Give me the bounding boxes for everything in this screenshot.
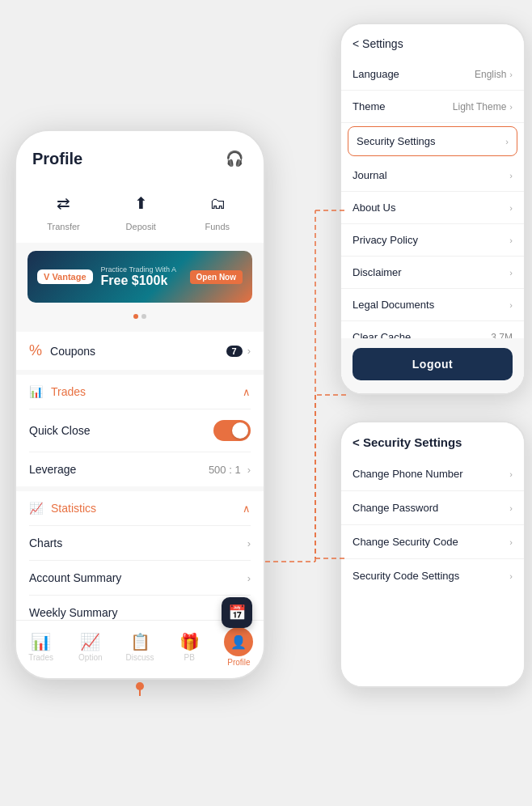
- language-right: English ›: [475, 69, 513, 80]
- leverage-left: Leverage: [29, 463, 76, 476]
- statistics-header-row[interactable]: 📈 Statistics ∧: [29, 491, 251, 526]
- quick-close-toggle[interactable]: [213, 420, 251, 441]
- disclaimer-chevron: ›: [509, 268, 513, 278]
- action-row: ⇄ Transfer ⬆ Deposit 🗂 Funds: [16, 181, 264, 243]
- trades-header-row[interactable]: 📊 Trades ∧: [29, 375, 251, 409]
- coupons-icon: %: [29, 342, 42, 359]
- cache-label: Clear Cache: [353, 331, 411, 338]
- legal-label: Legal Documents: [353, 299, 434, 311]
- coupons-section: % Coupons 7 ›: [16, 332, 264, 370]
- coupons-row[interactable]: % Coupons 7 ›: [29, 332, 251, 370]
- change-security-code-chevron: ›: [509, 537, 513, 547]
- trades-label: Trades: [51, 385, 86, 398]
- security-code-item[interactable]: Change Security Code ›: [341, 525, 524, 559]
- leverage-row[interactable]: Leverage 500 : 1 ›: [29, 452, 251, 486]
- settings-about-item[interactable]: About Us ›: [341, 192, 524, 224]
- trades-section: 📊 Trades ∧ Quick Close: [16, 375, 264, 486]
- transfer-action[interactable]: ⇄ Transfer: [47, 188, 80, 231]
- nav-pb-icon: 🎁: [179, 632, 200, 651]
- weekly-summary-label: Weekly Summary: [29, 606, 117, 619]
- theme-chevron: ›: [509, 102, 513, 112]
- security-phone-item[interactable]: Change Phone Number ›: [341, 457, 524, 491]
- security-password-item[interactable]: Change Password ›: [341, 491, 524, 525]
- settings-back-button[interactable]: < Settings: [353, 37, 403, 50]
- profile-header: Profile 🎧: [16, 131, 264, 181]
- about-chevron: ›: [509, 203, 513, 213]
- nav-discuss-label: Discuss: [126, 653, 154, 662]
- nav-profile[interactable]: 👤 Profile: [214, 627, 264, 667]
- statistics-icon: 📈: [29, 502, 43, 515]
- theme-right: Light Theme ›: [453, 101, 513, 112]
- settings-header: < Settings: [341, 24, 524, 58]
- banner-dot-2: [141, 314, 146, 319]
- settings-legal-item[interactable]: Legal Documents ›: [341, 289, 524, 321]
- coupons-left: % Coupons: [29, 342, 95, 359]
- deposit-label: Deposit: [126, 222, 156, 231]
- nav-option-icon: 📈: [80, 632, 100, 651]
- legal-chevron: ›: [509, 300, 513, 310]
- change-security-code-label: Change Security Code: [353, 536, 458, 548]
- coupons-chevron: ›: [247, 345, 251, 357]
- phone-security: < Security Settings Change Phone Number …: [340, 421, 526, 688]
- profile-title: Profile: [32, 150, 82, 168]
- banner-dot-1: [133, 314, 138, 319]
- about-label: About Us: [353, 202, 395, 214]
- headset-icon[interactable]: 🎧: [222, 146, 247, 172]
- settings-cache-item[interactable]: Clear Cache 3.7M: [341, 321, 524, 338]
- nav-option[interactable]: 📈 Option: [65, 632, 115, 662]
- leverage-value: 500 : 1: [209, 464, 241, 476]
- phone-main: Profile 🎧 ⇄ Transfer ⬆ Deposit 🗂 Funds V…: [15, 129, 265, 680]
- settings-list: Language English › Theme Light Theme › S…: [341, 58, 524, 338]
- account-summary-chevron: ›: [247, 572, 251, 584]
- quick-close-label: Quick Close: [29, 424, 90, 437]
- transfer-label: Transfer: [47, 222, 80, 231]
- statistics-chevron-up: ∧: [243, 503, 251, 515]
- quick-close-row[interactable]: Quick Close: [29, 409, 251, 452]
- banner-cta-button[interactable]: Open Now: [190, 270, 243, 284]
- theme-label: Theme: [353, 100, 385, 112]
- promo-banner[interactable]: V Vantage Practice Trading With A Free $…: [27, 251, 252, 303]
- coupons-badge: 7: [226, 346, 243, 357]
- bottom-nav: 📊 Trades 📈 Option 📋 Discuss 🎁 PB 👤 Profi…: [16, 620, 264, 678]
- settings-security-item[interactable]: Security Settings ›: [348, 126, 517, 156]
- security-code-settings-chevron: ›: [509, 571, 513, 581]
- account-summary-row[interactable]: Account Summary ›: [29, 561, 251, 596]
- leverage-label: Leverage: [29, 463, 76, 476]
- logout-button[interactable]: Logout: [353, 348, 513, 380]
- nav-trades[interactable]: 📊 Trades: [16, 632, 65, 662]
- banner-text: Practice Trading With A Free $100k: [101, 265, 182, 288]
- security-back-button[interactable]: < Security Settings: [353, 435, 462, 449]
- funds-action[interactable]: 🗂 Funds: [202, 188, 233, 231]
- journal-chevron: ›: [509, 171, 513, 180]
- weekly-summary-row[interactable]: Weekly Summary ›: [29, 596, 251, 620]
- security-code-settings-item[interactable]: Security Code Settings ›: [341, 559, 524, 592]
- statistics-left: 📈 Statistics: [29, 502, 96, 515]
- privacy-label: Privacy Policy: [353, 234, 418, 246]
- nav-discuss[interactable]: 📋 Discuss: [115, 632, 164, 662]
- trades-chevron-up: ∧: [243, 386, 251, 398]
- trades-left: 📊 Trades: [29, 385, 86, 398]
- settings-theme-item[interactable]: Theme Light Theme ›: [341, 91, 524, 123]
- security-header: < Security Settings: [341, 422, 524, 457]
- language-value: English: [475, 69, 506, 80]
- settings-disclaimer-item[interactable]: Disclaimer ›: [341, 257, 524, 289]
- settings-privacy-item[interactable]: Privacy Policy ›: [341, 224, 524, 257]
- language-chevron: ›: [509, 70, 513, 79]
- deposit-action[interactable]: ⬆ Deposit: [125, 188, 156, 231]
- change-password-label: Change Password: [353, 502, 438, 514]
- charts-row[interactable]: Charts ›: [29, 526, 251, 561]
- funds-label: Funds: [205, 222, 230, 231]
- statistics-label: Statistics: [51, 502, 96, 515]
- change-phone-chevron: ›: [509, 469, 513, 479]
- phone-settings: < Settings Language English › Theme Ligh…: [340, 23, 526, 395]
- toggle-knob: [232, 422, 248, 439]
- cache-value: 3.7M: [491, 332, 513, 339]
- nav-pb[interactable]: 🎁 PB: [165, 632, 214, 662]
- settings-journal-item[interactable]: Journal ›: [341, 159, 524, 192]
- vantage-logo: V Vantage: [37, 269, 93, 284]
- deposit-icon: ⬆: [125, 188, 156, 218]
- banner-big-text: Free $100k: [101, 274, 182, 288]
- fab-button[interactable]: 📅: [222, 597, 252, 628]
- settings-language-item[interactable]: Language English ›: [341, 58, 524, 91]
- funds-icon: 🗂: [202, 188, 233, 218]
